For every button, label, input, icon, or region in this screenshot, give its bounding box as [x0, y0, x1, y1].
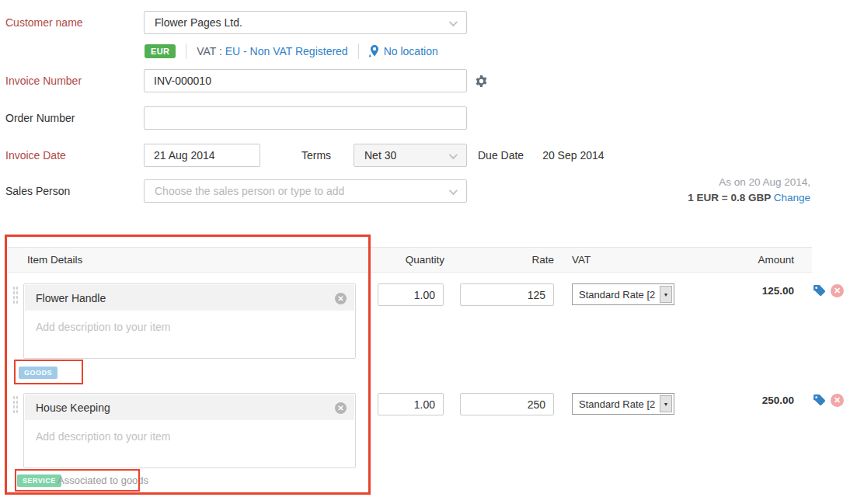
due-date-value: 20 Sep 2014: [542, 149, 604, 162]
exchange-rate-value: 1 EUR = 0.8 GBP: [688, 192, 771, 203]
delete-icon[interactable]: ✕: [831, 284, 844, 297]
chevron-down-icon: [449, 186, 458, 195]
exchange-rate-row: 1 EUR = 0.8 GBP Change: [688, 192, 810, 203]
delete-icon[interactable]: ✕: [831, 394, 844, 407]
customer-select[interactable]: Flower Pages Ltd.: [144, 11, 467, 34]
vat-select-value: Standard Rate [2: [573, 398, 660, 410]
item-name-value: House Keeping: [36, 401, 110, 414]
sales-person-select[interactable]: Choose the sales person or type to add: [144, 179, 467, 203]
header-item-details: Item Details: [27, 247, 82, 273]
item-name-value: Flower Handle: [36, 292, 106, 304]
rate-input-row1[interactable]: [460, 283, 554, 306]
clear-icon[interactable]: ✕: [335, 402, 347, 414]
service-badge-note: Associated to goods: [57, 474, 148, 486]
chevron-down-icon: [449, 18, 458, 26]
header-amount: Amount: [716, 247, 794, 273]
gear-icon[interactable]: [475, 75, 488, 88]
quantity-input-row1[interactable]: [378, 283, 444, 306]
divider: [358, 43, 359, 59]
location-link[interactable]: No location: [369, 45, 438, 57]
invoice-date-label: Invoice Date: [5, 144, 66, 167]
terms-select-value: Net 30: [364, 149, 396, 162]
service-badge: SERVICE: [17, 474, 61, 487]
quantity-input-row2[interactable]: [378, 393, 444, 415]
chevron-down-icon: [449, 151, 458, 159]
order-number-label: Order Number: [5, 106, 75, 130]
header-quantity: Quantity: [342, 247, 444, 273]
terms-select[interactable]: Net 30: [354, 144, 467, 167]
divider: [186, 43, 186, 59]
rate-input-row2[interactable]: [460, 393, 554, 415]
location-link-label: No location: [384, 45, 438, 57]
row2-actions: ✕: [813, 394, 844, 407]
location-pin-icon: [369, 45, 380, 57]
amount-row1: 125.00: [716, 285, 794, 297]
order-number-input[interactable]: [144, 106, 467, 130]
tag-icon[interactable]: [813, 394, 826, 407]
item-description-input[interactable]: Add description to your item: [36, 321, 347, 333]
vat-prefix: VAT :: [197, 45, 222, 57]
amount-row2: 250.00: [716, 395, 794, 406]
invoice-number-input[interactable]: [144, 69, 467, 92]
invoice-date-input[interactable]: [144, 144, 260, 167]
invoice-number-label: Invoice Number: [5, 69, 82, 92]
item-row-2-details: House Keeping ✕ Add description to your …: [23, 393, 356, 468]
customer-meta-row: EUR VAT : EU - Non VAT Registered No loc…: [145, 43, 438, 60]
terms-label: Terms: [301, 144, 331, 167]
item-name-input[interactable]: Flower Handle ✕: [25, 285, 354, 311]
dropdown-arrow-icon: ▼: [660, 395, 672, 412]
due-date-label: Due Date: [478, 149, 524, 162]
sales-person-placeholder: Choose the sales person or type to add: [155, 185, 344, 197]
vat-treatment-link[interactable]: VAT : EU - Non VAT Registered: [197, 45, 348, 57]
header-vat: VAT: [572, 247, 591, 273]
exchange-as-on: As on 20 Aug 2014,: [719, 176, 810, 188]
item-row-1-details: Flower Handle ✕ Add description to your …: [23, 283, 356, 359]
drag-handle[interactable]: [12, 395, 19, 414]
invoice-form: Customer name Flower Pages Ltd. EUR VAT …: [0, 0, 864, 504]
due-date-row: Due Date20 Sep 2014: [478, 144, 604, 167]
vat-value: EU - Non VAT Registered: [225, 45, 348, 57]
item-description-input[interactable]: Add description to your item: [36, 430, 347, 443]
customer-select-value: Flower Pages Ltd.: [155, 16, 242, 29]
customer-name-label: Customer name: [5, 11, 83, 34]
goods-badge: GOODS: [19, 367, 57, 379]
vat-select-value: Standard Rate [2: [573, 289, 660, 301]
currency-badge: EUR: [145, 44, 176, 58]
sales-person-label: Sales Person: [5, 179, 70, 203]
exchange-change-link[interactable]: Change: [774, 192, 810, 203]
vat-select-row1[interactable]: Standard Rate [2 ▼: [572, 283, 674, 305]
vat-select-row2[interactable]: Standard Rate [2 ▼: [572, 393, 674, 415]
item-name-input[interactable]: House Keeping ✕: [25, 395, 354, 420]
dropdown-arrow-icon: ▼: [660, 286, 672, 303]
clear-icon[interactable]: ✕: [335, 293, 347, 304]
header-rate: Rate: [466, 247, 554, 273]
row1-actions: ✕: [813, 284, 844, 297]
drag-handle[interactable]: [12, 286, 19, 304]
tag-icon[interactable]: [813, 284, 826, 297]
